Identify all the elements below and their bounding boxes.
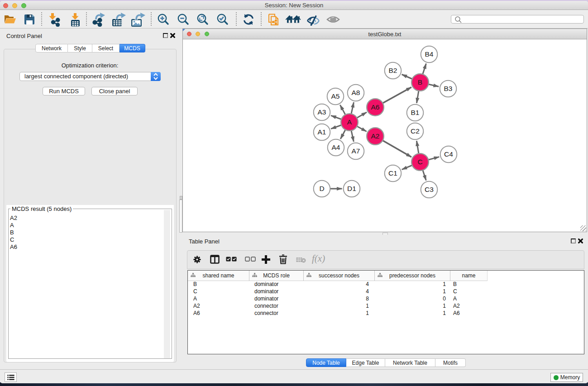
svg-text:A: A xyxy=(347,118,352,126)
svg-text:A4: A4 xyxy=(332,143,340,151)
svg-text:A2: A2 xyxy=(371,132,380,140)
svg-text:A7: A7 xyxy=(352,147,360,155)
svg-text:A8: A8 xyxy=(352,89,360,96)
svg-text:C: C xyxy=(417,158,422,166)
svg-text:B2: B2 xyxy=(389,67,397,74)
svg-text:C2: C2 xyxy=(411,127,420,135)
svg-text:B4: B4 xyxy=(425,50,434,58)
svg-text:B3: B3 xyxy=(444,85,453,92)
svg-text:A5: A5 xyxy=(331,92,340,100)
svg-text:B1: B1 xyxy=(411,109,420,116)
svg-text:A6: A6 xyxy=(371,103,380,111)
svg-text:B: B xyxy=(418,78,422,86)
svg-text:C1: C1 xyxy=(388,169,397,177)
svg-text:C3: C3 xyxy=(425,186,434,193)
svg-text:A3: A3 xyxy=(318,108,326,116)
svg-text:C4: C4 xyxy=(444,150,453,158)
svg-text:A1: A1 xyxy=(318,128,326,136)
svg-text:D: D xyxy=(319,185,324,192)
svg-text:D1: D1 xyxy=(347,185,356,192)
